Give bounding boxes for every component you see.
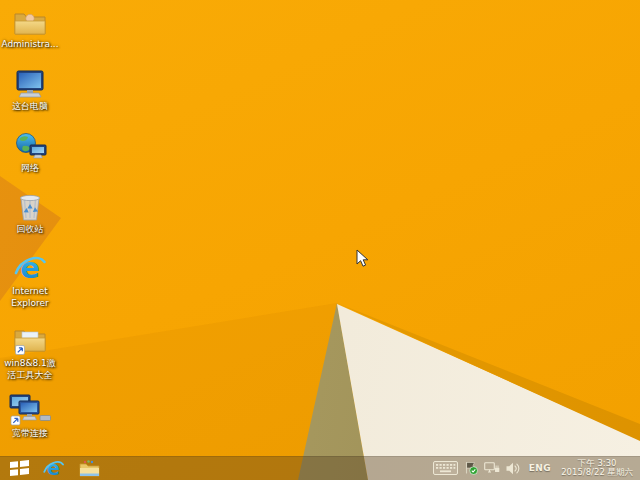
- icon-label: 回收站: [17, 224, 44, 236]
- icon-label: Administra...: [1, 39, 58, 51]
- icon-label: win8&8.1激: [4, 358, 56, 370]
- touch-keyboard-button[interactable]: [433, 456, 458, 480]
- administrator-folder-icon: [13, 5, 47, 37]
- desktop-icon-administrator[interactable]: Administra...: [1, 5, 59, 51]
- file-explorer-icon: [79, 460, 100, 477]
- volume-button[interactable]: [506, 456, 520, 480]
- network-status-button[interactable]: [484, 456, 500, 480]
- icon-label: Explorer: [11, 298, 48, 310]
- language-indicator[interactable]: ENG: [529, 463, 552, 473]
- start-button[interactable]: [0, 456, 38, 480]
- windows-logo-icon: [10, 460, 29, 476]
- tray-clock[interactable]: 下午 3:30 2015/8/22 星期六: [558, 459, 636, 478]
- tray-date: 2015/8/22 星期六: [561, 468, 633, 478]
- action-center-button[interactable]: [464, 456, 478, 480]
- touch-keyboard-icon: [433, 461, 458, 475]
- desktop-icon-network[interactable]: 网络: [1, 129, 59, 175]
- icon-label: Internet: [12, 286, 48, 298]
- internet-explorer-icon: e: [14, 252, 46, 284]
- desktop-icon-this-pc[interactable]: 这台电脑: [1, 67, 59, 113]
- desktop: Administra... 这台电脑: [0, 0, 640, 480]
- mouse-cursor: [356, 249, 369, 272]
- icon-label: 网络: [21, 163, 39, 175]
- icon-label: 这台电脑: [12, 101, 48, 113]
- volume-icon: [506, 462, 520, 475]
- taskbar-internet-explorer-button[interactable]: e: [38, 456, 68, 480]
- action-center-icon: [464, 461, 478, 475]
- broadband-connection-icon: [9, 390, 51, 426]
- icon-label: 活工具大全: [8, 370, 53, 382]
- this-pc-icon: [13, 67, 47, 99]
- system-tray: ENG 下午 3:30 2015/8/22 星期六: [430, 456, 640, 480]
- network-status-icon: [484, 462, 500, 475]
- desktop-icon-recycle-bin[interactable]: 回收站: [1, 190, 59, 236]
- icon-label: 宽带连接: [12, 428, 48, 440]
- internet-explorer-icon: e: [43, 458, 64, 479]
- network-icon: [13, 129, 47, 161]
- taskbar: e: [0, 456, 640, 480]
- recycle-bin-icon: [16, 190, 44, 222]
- desktop-icon-win8-tools[interactable]: win8&8.1激 活工具大全: [1, 324, 59, 381]
- desktop-icon-internet-explorer[interactable]: e Internet Explorer: [1, 252, 59, 309]
- taskbar-file-explorer-button[interactable]: [74, 456, 104, 480]
- desktop-icon-broadband[interactable]: 宽带连接: [1, 390, 59, 440]
- shortcut-folder-icon: [13, 324, 47, 356]
- svg-text:e: e: [20, 252, 40, 284]
